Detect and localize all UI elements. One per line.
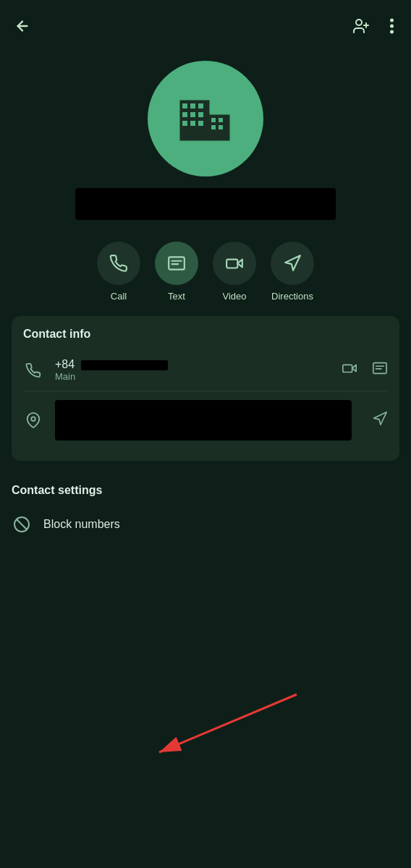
- phone-number: +84: [55, 358, 330, 371]
- directions-action-icon[interactable]: [372, 411, 388, 430]
- svg-point-5: [390, 25, 394, 28]
- svg-rect-19: [219, 118, 223, 122]
- directions-action[interactable]: Directions: [271, 242, 314, 302]
- address-redacted: [55, 400, 352, 441]
- svg-rect-11: [182, 112, 187, 117]
- svg-marker-29: [352, 365, 357, 371]
- back-button[interactable]: [12, 15, 33, 37]
- block-icon: [12, 516, 32, 533]
- phone-icon: [23, 362, 43, 378]
- phone-row: +84 Main: [12, 349, 399, 391]
- svg-rect-8: [182, 103, 187, 109]
- contact-name-redacted: [75, 188, 336, 220]
- phone-content: +84 Main: [55, 358, 330, 382]
- svg-rect-13: [198, 112, 203, 117]
- address-row: [12, 391, 399, 449]
- video-label: Video: [222, 291, 246, 302]
- block-numbers-label: Block numbers: [43, 518, 120, 531]
- svg-rect-14: [182, 121, 187, 126]
- video-action[interactable]: Video: [213, 242, 256, 302]
- block-numbers-row[interactable]: Block numbers: [12, 506, 399, 543]
- directions-icon: [283, 254, 302, 273]
- action-buttons: Call Text Video Directions: [0, 234, 411, 316]
- message-icon[interactable]: [372, 360, 388, 380]
- avatar-section: [0, 46, 411, 188]
- svg-rect-21: [219, 125, 223, 129]
- call-label: Call: [111, 291, 127, 302]
- contact-settings-section: Contact settings Block numbers: [0, 472, 411, 543]
- svg-point-1: [356, 20, 362, 25]
- video-icon: [225, 254, 244, 273]
- text-action[interactable]: Text: [155, 242, 198, 302]
- phone-type: Main: [55, 371, 330, 382]
- contact-info-section: Contact info +84 Main: [12, 316, 399, 461]
- top-bar-right: [349, 14, 397, 38]
- svg-marker-34: [374, 412, 386, 425]
- svg-rect-9: [190, 103, 195, 109]
- svg-rect-16: [198, 121, 203, 126]
- contact-name-bar: [36, 188, 375, 220]
- phone-number-redacted: [81, 360, 168, 370]
- svg-rect-12: [190, 112, 195, 117]
- svg-rect-20: [211, 125, 216, 129]
- location-icon: [23, 412, 43, 428]
- svg-point-33: [31, 417, 35, 421]
- text-button[interactable]: [155, 242, 198, 285]
- svg-rect-18: [211, 118, 216, 122]
- call-action[interactable]: Call: [97, 242, 140, 302]
- building-icon: [177, 90, 234, 148]
- svg-marker-27: [285, 255, 300, 271]
- svg-rect-30: [373, 363, 386, 374]
- contact-settings-title: Contact settings: [12, 472, 399, 506]
- annotation-arrow: [94, 680, 326, 774]
- svg-line-38: [159, 694, 297, 752]
- svg-point-4: [390, 19, 394, 22]
- call-button[interactable]: [97, 242, 140, 285]
- svg-rect-28: [343, 365, 352, 372]
- text-icon: [167, 254, 186, 273]
- directions-label: Directions: [271, 291, 313, 302]
- more-options-button[interactable]: [387, 15, 397, 37]
- phone-row-actions: [342, 360, 388, 380]
- add-contact-button[interactable]: [349, 14, 373, 38]
- svg-line-36: [17, 519, 27, 529]
- call-icon: [109, 254, 128, 273]
- contact-info-title: Contact info: [12, 328, 399, 349]
- top-bar: [0, 0, 411, 46]
- text-label: Text: [168, 291, 185, 302]
- video-button[interactable]: [213, 242, 256, 285]
- avatar[interactable]: [148, 61, 263, 176]
- directions-button[interactable]: [271, 242, 314, 285]
- svg-rect-10: [198, 103, 203, 109]
- svg-rect-25: [226, 260, 237, 268]
- svg-point-6: [390, 30, 394, 34]
- svg-rect-15: [190, 121, 195, 126]
- video-call-icon[interactable]: [342, 360, 357, 380]
